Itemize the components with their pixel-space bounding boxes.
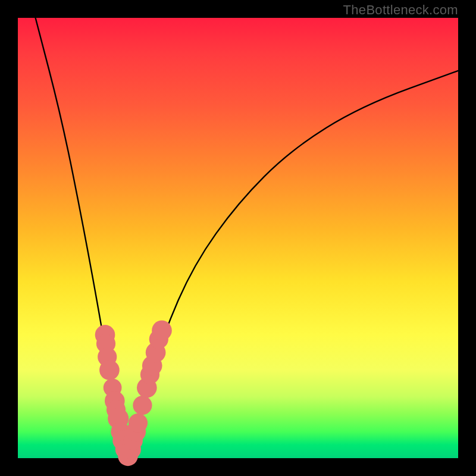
chart-frame: TheBottleneck.com — [0, 0, 476, 476]
curve-svg — [18, 18, 458, 458]
watermark-text: TheBottleneck.com — [343, 2, 458, 18]
data-bead — [152, 321, 172, 341]
data-beads — [95, 321, 172, 466]
data-bead — [99, 360, 120, 380]
plot-area — [18, 18, 458, 458]
data-bead — [129, 414, 148, 433]
bottleneck-curve — [36, 18, 458, 455]
data-bead — [133, 396, 152, 415]
